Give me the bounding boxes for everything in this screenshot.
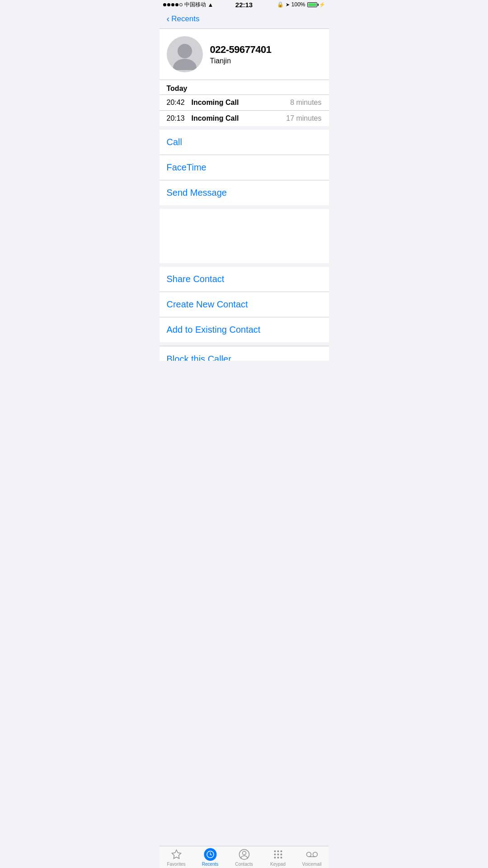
battery-icon	[307, 2, 317, 7]
signal-dot-3	[171, 3, 174, 6]
call-time-1: 20:42	[167, 99, 192, 107]
block-caller-section: Block this Caller	[160, 346, 329, 361]
call-type-2: Incoming Call	[192, 114, 286, 123]
contact-location: Tianjin	[210, 57, 322, 65]
back-button[interactable]: ‹ Recents	[167, 14, 200, 24]
call-row: 20:42 Incoming Call 8 minutes	[160, 94, 329, 110]
block-caller-button[interactable]: Block this Caller	[167, 354, 231, 361]
spacer-section	[160, 209, 329, 263]
battery-fill	[308, 3, 316, 6]
status-left: 中国移动 ▲	[163, 1, 214, 9]
call-type-1: Incoming Call	[192, 99, 291, 107]
avatar-icon	[169, 38, 201, 70]
contact-number: 022-59677401	[210, 44, 322, 56]
location-icon: ➤	[286, 2, 290, 8]
call-history-header: Today	[160, 80, 329, 94]
primary-actions-section: Call FaceTime Send Message	[160, 130, 329, 205]
signal-dot-4	[175, 3, 178, 6]
call-button[interactable]: Call	[160, 130, 329, 155]
contact-header: 022-59677401 Tianjin	[160, 29, 329, 80]
back-chevron-icon: ‹	[167, 14, 170, 24]
back-label: Recents	[171, 14, 199, 24]
share-contact-button[interactable]: Share Contact	[160, 267, 329, 292]
facetime-button[interactable]: FaceTime	[160, 155, 329, 180]
add-to-existing-contact-button[interactable]: Add to Existing Contact	[160, 317, 329, 342]
call-row: 20:13 Incoming Call 17 minutes	[160, 110, 329, 126]
clock: 22:13	[235, 1, 253, 9]
battery-percent: 100%	[291, 1, 305, 8]
battery-container	[307, 2, 317, 7]
nav-bar: ‹ Recents	[160, 9, 329, 29]
send-message-button[interactable]: Send Message	[160, 180, 329, 205]
signal-dots	[163, 3, 183, 6]
svg-point-1	[173, 59, 197, 70]
signal-dot-5	[179, 3, 183, 6]
wifi-icon: ▲	[208, 1, 214, 8]
carrier-label: 中国移动	[184, 1, 206, 9]
call-duration-1: 8 minutes	[290, 99, 321, 107]
lock-icon: 🔒	[277, 1, 284, 8]
charging-icon: ⚡	[319, 2, 325, 8]
contact-actions-section: Share Contact Create New Contact Add to …	[160, 267, 329, 342]
contact-info: 022-59677401 Tianjin	[210, 44, 322, 65]
create-new-contact-button[interactable]: Create New Contact	[160, 292, 329, 317]
avatar	[167, 36, 203, 72]
signal-dot-2	[167, 3, 170, 6]
call-duration-2: 17 minutes	[286, 114, 321, 123]
signal-dot-1	[163, 3, 166, 6]
svg-point-0	[178, 44, 192, 58]
status-bar: 中国移动 ▲ 22:13 🔒 ➤ 100% ⚡	[160, 0, 329, 9]
call-history-section: Today 20:42 Incoming Call 8 minutes 20:1…	[160, 80, 329, 126]
status-right: 🔒 ➤ 100% ⚡	[277, 1, 325, 8]
call-time-2: 20:13	[167, 114, 192, 123]
